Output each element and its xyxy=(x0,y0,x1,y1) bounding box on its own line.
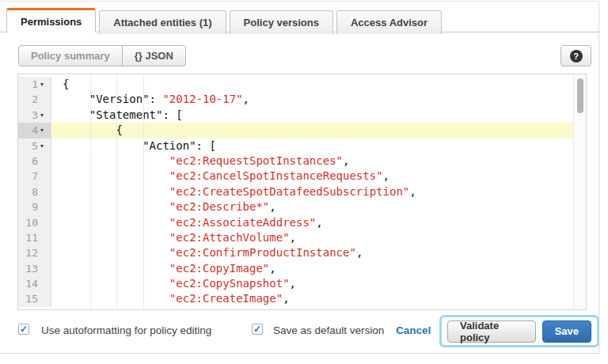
footer-bar: ✓ Use autoformatting for policy editing … xyxy=(0,315,599,350)
code-line[interactable]: 8 "ec2:CreateSpotDatafeedSubscription", xyxy=(18,184,573,199)
line-number: 11 xyxy=(18,230,40,245)
indent-guide xyxy=(143,74,144,309)
code-line[interactable]: 9 "ec2:Describe*", xyxy=(18,199,573,214)
fold-arrow-icon[interactable]: ▾ xyxy=(40,123,51,138)
indent-guide xyxy=(90,74,91,309)
tab-attached-entities[interactable]: Attached entities (1) xyxy=(99,10,226,34)
code-line[interactable]: 6 "ec2:RequestSpotInstances", xyxy=(18,154,573,169)
help-button[interactable]: ? xyxy=(560,45,591,66)
code-text[interactable]: "ec2:CreateImage", xyxy=(51,291,573,306)
save-default-version-checkbox[interactable]: ✓ xyxy=(252,324,263,335)
code-line[interactable]: 4▾ { xyxy=(18,123,573,138)
question-mark-icon: ? xyxy=(570,50,583,63)
tab-policy-versions[interactable]: Policy versions xyxy=(230,10,333,34)
code-text[interactable]: "ec2:CancelSpotInstanceRequests", xyxy=(51,169,573,184)
code-lines: 1▾{2 "Version": "2012-10-17",3▾ "Stateme… xyxy=(18,77,573,307)
line-number: 12 xyxy=(18,245,40,260)
gutter-cell: 1▾ xyxy=(18,77,51,92)
gutter-cell: 15 xyxy=(18,291,51,306)
gutter-cell: 3▾ xyxy=(18,108,51,123)
line-number: 2 xyxy=(18,92,40,107)
code-text[interactable]: "ec2:CopySnapshot", xyxy=(51,276,573,291)
line-number: 3 xyxy=(18,108,40,123)
code-line[interactable]: 12 "ec2:ConfirmProductInstance", xyxy=(18,245,573,260)
autoformat-checkbox[interactable]: ✓ xyxy=(18,324,29,335)
line-number: 1 xyxy=(18,77,40,92)
fold-arrow-icon[interactable]: ▾ xyxy=(40,77,51,92)
gutter-cell: 6 xyxy=(18,154,51,169)
json-code-editor[interactable]: 1▾{2 "Version": "2012-10-17",3▾ "Stateme… xyxy=(17,74,587,310)
tab-permissions[interactable]: Permissions xyxy=(6,8,96,32)
code-line[interactable]: 15 "ec2:CreateImage", xyxy=(18,291,573,306)
gutter-cell: 14 xyxy=(18,276,51,291)
code-text[interactable]: "ec2:ConfirmProductInstance", xyxy=(51,245,573,260)
line-number: 13 xyxy=(18,261,40,276)
code-line[interactable]: 5▾ "Action": [ xyxy=(18,138,573,154)
indent-guide xyxy=(116,74,117,309)
code-line[interactable]: 13 "ec2:CopyImage", xyxy=(18,261,573,276)
gutter-cell: 2 xyxy=(18,92,51,107)
gutter-cell: 4▾ xyxy=(18,123,51,138)
code-line[interactable]: 1▾{ xyxy=(18,77,573,92)
code-line[interactable]: 2 "Version": "2012-10-17", xyxy=(18,92,573,107)
code-line[interactable]: 10 "ec2:AssociateAddress", xyxy=(18,215,573,230)
gutter-cell: 10 xyxy=(18,215,51,230)
code-line[interactable]: 14 "ec2:CopySnapshot", xyxy=(18,276,573,291)
editor-scrollbar-track[interactable] xyxy=(573,74,586,309)
save-default-version-label[interactable]: Save as default version xyxy=(273,324,384,336)
code-text[interactable]: "ec2:CopyImage", xyxy=(51,261,573,276)
code-text[interactable]: "Statement": [ xyxy=(51,108,573,123)
line-number: 10 xyxy=(18,215,40,230)
gutter-cell: 12 xyxy=(18,245,51,260)
code-text[interactable]: { xyxy=(51,77,573,92)
autoformat-label[interactable]: Use autoformatting for policy editing xyxy=(41,324,211,336)
gutter-cell: 5▾ xyxy=(18,138,51,154)
gutter-cell: 13 xyxy=(18,261,51,276)
code-line[interactable]: 7 "ec2:CancelSpotInstanceRequests", xyxy=(18,169,573,184)
action-buttons-focus-ring: Validate policy Save xyxy=(439,315,599,347)
iam-policy-editor-page: { "colors": { "accent_orange": "#e8711d"… xyxy=(0,0,608,364)
view-toggle-group: Policy summary {} JSON xyxy=(18,45,186,66)
line-number: 8 xyxy=(18,184,40,199)
line-number: 7 xyxy=(18,169,40,184)
gutter-cell: 11 xyxy=(18,230,51,245)
editor-scrollbar-thumb[interactable] xyxy=(577,78,583,113)
gutter-cell: 9 xyxy=(18,199,51,214)
line-number: 9 xyxy=(18,199,40,214)
code-text[interactable]: "ec2:Describe*", xyxy=(51,199,573,214)
code-text[interactable]: "Action": [ xyxy=(51,138,573,154)
json-view-button[interactable]: {} JSON xyxy=(123,46,185,66)
gutter-cell: 8 xyxy=(18,184,51,199)
policy-summary-button[interactable]: Policy summary xyxy=(19,46,123,66)
code-text[interactable]: "ec2:AssociateAddress", xyxy=(51,215,573,230)
code-text[interactable]: "ec2:CreateSpotDatafeedSubscription", xyxy=(51,184,573,199)
tab-access-advisor[interactable]: Access Advisor xyxy=(336,10,442,34)
save-button[interactable]: Save xyxy=(542,320,591,343)
line-number: 14 xyxy=(18,276,40,291)
code-line[interactable]: 11 "ec2:AttachVolume", xyxy=(18,230,573,245)
gutter-cell: 7 xyxy=(18,169,51,184)
code-text[interactable]: "ec2:AttachVolume", xyxy=(51,230,573,245)
line-number: 15 xyxy=(18,291,40,306)
fold-arrow-icon[interactable]: ▾ xyxy=(40,108,51,123)
tabbar: Permissions Attached entities (1) Policy… xyxy=(6,8,445,34)
code-text[interactable]: "Version": "2012-10-17", xyxy=(51,92,573,107)
cancel-link[interactable]: Cancel xyxy=(396,324,431,336)
code-line[interactable]: 3▾ "Statement": [ xyxy=(18,108,573,123)
line-number: 5 xyxy=(18,138,40,154)
code-text[interactable]: "ec2:RequestSpotInstances", xyxy=(51,154,573,169)
line-number: 4 xyxy=(18,123,40,138)
line-number: 6 xyxy=(18,154,40,169)
validate-policy-button[interactable]: Validate policy xyxy=(447,320,536,343)
fold-arrow-icon[interactable]: ▾ xyxy=(40,138,51,154)
code-text[interactable]: { xyxy=(51,123,573,138)
